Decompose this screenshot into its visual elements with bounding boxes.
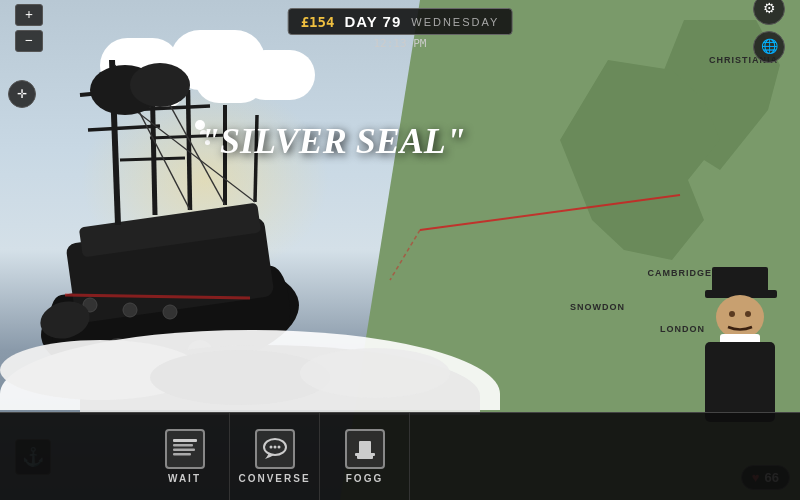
svg-rect-36 (173, 439, 197, 442)
svg-point-20 (130, 63, 190, 107)
converse-action-button[interactable]: CONVERSE (230, 413, 320, 501)
svg-line-12 (88, 126, 160, 130)
game-container: CHRISTIANIA CAMBRIDGE SNOWDON LONDON (0, 0, 800, 500)
svg-rect-39 (173, 453, 191, 456)
svg-line-13 (120, 158, 185, 160)
ship-name: "SILVER SEAL" (200, 120, 466, 162)
time-display: 12:13 PM (374, 37, 427, 50)
character-svg (690, 262, 790, 422)
fogg-icon (345, 429, 385, 469)
left-controls: + − (15, 4, 43, 52)
map-label-snowdon: SNOWDON (570, 302, 625, 312)
fogg-label: FOGG (346, 473, 383, 484)
zoom-out-button[interactable]: − (15, 30, 43, 52)
fogg-action-button[interactable]: FOGG (320, 413, 410, 501)
character-figure (690, 262, 790, 412)
converse-label: CONVERSE (238, 473, 310, 484)
svg-rect-38 (173, 449, 195, 452)
wait-label: WAIT (168, 473, 201, 484)
money-display: £154 (301, 14, 335, 30)
svg-point-34 (729, 311, 735, 317)
day-display: DAY 79 (344, 13, 401, 30)
settings-button[interactable]: ⚙ (753, 0, 785, 25)
svg-point-23 (163, 305, 177, 319)
globe-button[interactable]: 🌐 (753, 31, 785, 63)
center-hud: £154 DAY 79 WEDNESDAY 12:13 PM (288, 8, 513, 50)
svg-rect-44 (359, 441, 371, 455)
svg-point-43 (277, 446, 280, 449)
svg-rect-33 (705, 342, 775, 422)
wait-icon (165, 429, 205, 469)
compass-button[interactable]: ✛ (8, 80, 36, 108)
right-controls: ⚙ 🌐 (753, 0, 785, 63)
wait-action-button[interactable]: WAIT (140, 413, 230, 501)
top-hud: + − £154 DAY 79 WEDNESDAY 12:13 PM ⚙ 🌐 (0, 0, 800, 55)
bottom-action-bar: WAIT CONVERSE (0, 412, 800, 500)
zoom-in-button[interactable]: + (15, 4, 43, 26)
svg-point-31 (716, 295, 764, 339)
svg-rect-30 (712, 267, 768, 295)
svg-point-22 (123, 303, 137, 317)
compass-icon: ✛ (17, 87, 27, 102)
weekday-display: WEDNESDAY (411, 16, 499, 28)
svg-rect-37 (173, 444, 193, 447)
ground-cloud-5 (300, 348, 450, 398)
converse-icon (255, 429, 295, 469)
svg-point-41 (269, 446, 272, 449)
svg-point-42 (273, 446, 276, 449)
day-info: £154 DAY 79 WEDNESDAY (288, 8, 513, 35)
svg-rect-46 (357, 455, 373, 459)
svg-point-35 (745, 311, 751, 317)
